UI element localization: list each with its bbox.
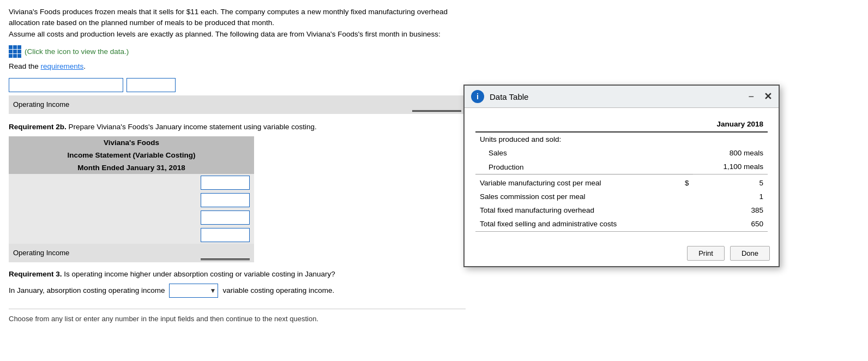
row-total-fixed-mfg: Total fixed manufacturing overhead 385 <box>475 203 768 217</box>
var-mfg-cost-label: Variable manufacturing cost per meal <box>475 175 671 190</box>
modal-title: Data Table <box>490 92 743 101</box>
stmt-period: Month Ended January 31, 2018 <box>9 161 254 174</box>
req-2a-op-income-input[interactable] <box>412 98 461 112</box>
total-fixed-sell-currency <box>671 217 693 232</box>
grid-icon[interactable] <box>9 45 21 58</box>
sales-currency <box>671 146 693 160</box>
stmt-input-4[interactable] <box>201 228 250 242</box>
stmt-op-income-row: Operating Income <box>9 244 254 262</box>
sales-commission-value: 1 <box>693 190 768 203</box>
stmt-title-row: Income Statement (Variable Costing) <box>9 149 254 161</box>
production-label: Production <box>475 160 671 175</box>
stmt-input-1[interactable] <box>201 176 250 190</box>
stmt-company-row: Viviana's Foods <box>9 136 254 149</box>
var-mfg-cost-value: 5 <box>693 175 768 190</box>
modal-body: January 2018 Units produced and sold: Sa… <box>465 108 779 240</box>
req-3-header: Requirement 3. Is operating income highe… <box>9 270 466 278</box>
total-fixed-sell-value: 650 <box>693 217 768 232</box>
data-table: January 2018 Units produced and sold: Sa… <box>475 117 768 232</box>
read-req-prefix: Read the <box>9 62 39 70</box>
stmt-input-2[interactable] <box>201 193 250 207</box>
column-header: January 2018 <box>693 117 768 132</box>
stmt-input-cell-4 <box>138 226 254 244</box>
stmt-row-3 <box>9 209 254 226</box>
req-3-bold: Requirement 3. <box>9 270 62 278</box>
req-2a-op-income-label: Operating Income <box>13 100 409 109</box>
intro-text-1: Viviana's Foods produces frozen meals th… <box>9 8 448 27</box>
total-fixed-sell-label: Total fixed selling and administrative c… <box>475 217 671 232</box>
production-value: 1,100 meals <box>693 160 768 175</box>
modal-header: i Data Table − ✕ <box>465 86 779 108</box>
var-mfg-cost-currency: $ <box>671 175 693 190</box>
comparison-dropdown-wrapper: higher than lower than equal to ▼ <box>169 284 218 298</box>
req-3-sentence-end: variable costing operating income. <box>222 286 334 294</box>
req-3-section: Requirement 3. Is operating income highe… <box>9 270 466 298</box>
req-2a-section: Operating Income <box>9 78 466 114</box>
stmt-row-4 <box>9 226 254 244</box>
stmt-label-3 <box>9 209 138 226</box>
intro-text-2: Assume all costs and production levels a… <box>9 30 441 38</box>
stmt-input-cell-3 <box>138 209 254 226</box>
stmt-label-1 <box>9 174 138 191</box>
req-3-text: Is operating income higher under absorpt… <box>62 270 335 278</box>
stmt-input-3[interactable] <box>201 210 250 225</box>
modal-minimize-button[interactable]: − <box>748 92 754 101</box>
stmt-label-4 <box>9 226 138 244</box>
stmt-input-cell-2 <box>138 191 254 209</box>
comparison-dropdown[interactable]: higher than lower than equal to <box>169 284 218 298</box>
stmt-row-1 <box>9 174 254 191</box>
req-2b-header: Requirement 2b. Prepare Viviana's Foods'… <box>9 123 466 131</box>
req-2b-bold: Requirement 2b. <box>9 123 67 131</box>
req-period: . <box>83 62 86 70</box>
stmt-row-2 <box>9 191 254 209</box>
data-table-header-row: January 2018 <box>475 117 768 132</box>
req-2a-op-income-row: Operating Income <box>9 95 466 114</box>
income-statement-table: Viviana's Foods Income Statement (Variab… <box>9 136 254 262</box>
production-currency <box>671 160 693 175</box>
done-button[interactable]: Done <box>730 246 770 261</box>
print-button[interactable]: Print <box>687 246 725 261</box>
sales-commission-label: Sales commission cost per meal <box>475 190 671 203</box>
modal-footer: Print Done <box>465 240 779 266</box>
req-2a-first-row <box>9 78 466 92</box>
data-link-row: (Click the icon to view the data.) <box>9 45 466 58</box>
section-units-label: Units produced and sold: <box>475 132 768 146</box>
stmt-op-income-label: Operating Income <box>9 244 138 262</box>
row-var-mfg-cost: Variable manufacturing cost per meal $ 5 <box>475 175 768 190</box>
stmt-title: Income Statement (Variable Costing) <box>9 149 254 161</box>
total-fixed-mfg-value: 385 <box>693 203 768 217</box>
intro-paragraph: Viviana's Foods produces frozen meals th… <box>9 7 466 40</box>
stmt-op-income-cell <box>138 244 254 262</box>
info-icon: i <box>471 90 484 103</box>
row-total-fixed-sell: Total fixed selling and administrative c… <box>475 217 768 232</box>
req-3-sentence-start: In January, absorption costing operating… <box>9 286 165 294</box>
data-table-modal: i Data Table − ✕ January 2018 Units prod… <box>463 85 780 267</box>
units-label: Units produced and sold: <box>475 132 768 146</box>
data-link-text[interactable]: (Click the icon to view the data.) <box>25 47 129 56</box>
modal-close-button[interactable]: ✕ <box>764 91 772 103</box>
footer-text: Choose from any list or enter any number… <box>9 315 318 323</box>
requirements-link[interactable]: requirements <box>41 62 84 70</box>
total-fixed-mfg-currency <box>671 203 693 217</box>
req-2b-text: Prepare Viviana's Foods's January income… <box>67 123 317 131</box>
read-requirements: Read the requirements. <box>9 62 466 70</box>
req-3-row: In January, absorption costing operating… <box>9 284 466 298</box>
req-2a-input-2[interactable] <box>126 78 176 92</box>
req-2a-input-1[interactable] <box>9 78 123 92</box>
footer-note: Choose from any list or enter any number… <box>9 309 466 323</box>
stmt-label-2 <box>9 191 138 209</box>
stmt-company-name: Viviana's Foods <box>9 136 254 149</box>
stmt-op-income-input[interactable] <box>201 246 250 260</box>
sales-value: 800 meals <box>693 146 768 160</box>
total-fixed-mfg-label: Total fixed manufacturing overhead <box>475 203 671 217</box>
row-sales-commission: Sales commission cost per meal 1 <box>475 190 768 203</box>
sales-commission-currency <box>671 190 693 203</box>
stmt-period-row: Month Ended January 31, 2018 <box>9 161 254 174</box>
row-sales: Sales 800 meals <box>475 146 768 160</box>
row-production: Production 1,100 meals <box>475 160 768 175</box>
stmt-input-cell-1 <box>138 174 254 191</box>
sales-label: Sales <box>475 146 671 160</box>
